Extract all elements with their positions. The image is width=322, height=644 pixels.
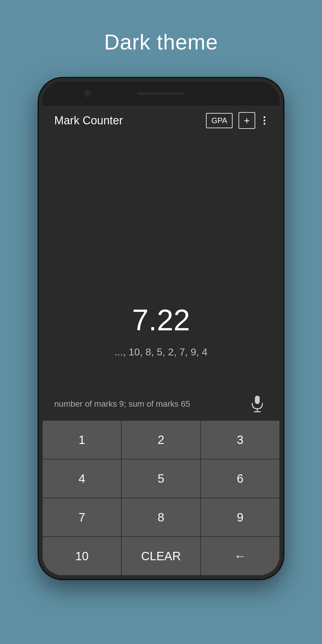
svg-rect-0 bbox=[255, 396, 260, 404]
key-7[interactable]: 7 bbox=[42, 498, 121, 537]
key-6[interactable]: 6 bbox=[201, 459, 280, 498]
key-3[interactable]: 3 bbox=[201, 420, 280, 459]
key-4[interactable]: 4 bbox=[42, 459, 121, 498]
key-2[interactable]: 2 bbox=[121, 420, 200, 459]
app-title: Mark Counter bbox=[54, 114, 206, 127]
dot1 bbox=[264, 116, 265, 118]
score-history: ..., 10, 8, 5, 2, 7, 9, 4 bbox=[114, 346, 208, 358]
page-title: Dark theme bbox=[104, 30, 218, 54]
key-1[interactable]: 1 bbox=[42, 420, 121, 459]
topbar-actions: GPA + bbox=[206, 112, 268, 129]
gpa-button[interactable]: GPA bbox=[206, 113, 233, 128]
phone-frame: Mark Counter GPA + 7.22 ..., 10, 8, 5, 2… bbox=[39, 78, 283, 579]
app-content: 7.22 ..., 10, 8, 5, 2, 7, 9, 4 bbox=[42, 135, 280, 388]
keypad: 1 2 3 4 5 6 7 8 9 10 CLEAR ← bbox=[42, 420, 280, 575]
keypad-row-1: 1 2 3 bbox=[42, 420, 280, 459]
more-menu-button[interactable] bbox=[261, 114, 268, 127]
phone-top-bar bbox=[42, 82, 280, 106]
key-9[interactable]: 9 bbox=[201, 498, 280, 537]
app-topbar: Mark Counter GPA + bbox=[42, 106, 280, 135]
key-10[interactable]: 10 bbox=[42, 537, 121, 575]
keypad-row-2: 4 5 6 bbox=[42, 459, 280, 498]
dot3 bbox=[264, 123, 265, 125]
add-button[interactable]: + bbox=[239, 112, 255, 129]
speaker-grille bbox=[137, 92, 185, 95]
keypad-row-4: 10 CLEAR ← bbox=[42, 537, 280, 575]
average-score-display: 7.22 bbox=[132, 303, 190, 337]
microphone-button[interactable] bbox=[247, 394, 268, 414]
backspace-button[interactable]: ← bbox=[201, 537, 280, 575]
keypad-row-3: 7 8 9 bbox=[42, 498, 280, 537]
key-5[interactable]: 5 bbox=[121, 459, 200, 498]
stats-text: number of marks 9; sum of marks 65 bbox=[54, 399, 190, 409]
clear-button[interactable]: CLEAR bbox=[121, 537, 200, 575]
app-screen: Mark Counter GPA + 7.22 ..., 10, 8, 5, 2… bbox=[42, 106, 280, 575]
camera-dot bbox=[84, 90, 91, 97]
stats-row: number of marks 9; sum of marks 65 bbox=[42, 388, 280, 420]
key-8[interactable]: 8 bbox=[121, 498, 200, 537]
dot2 bbox=[264, 120, 265, 121]
